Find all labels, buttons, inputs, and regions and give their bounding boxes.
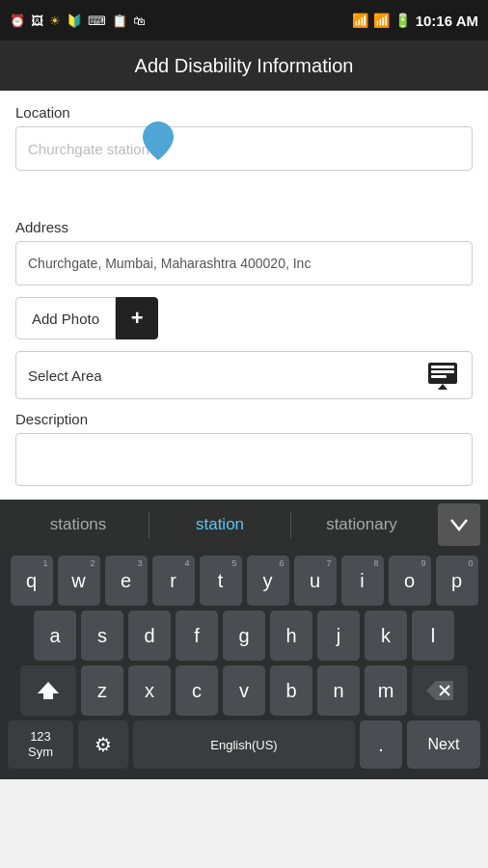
key-next-label: Next <box>428 736 460 753</box>
key-m[interactable]: m <box>365 665 407 716</box>
key-l[interactable]: l <box>412 610 454 661</box>
key-u[interactable]: 7 u <box>294 556 337 606</box>
key-p[interactable]: 0 p <box>436 556 478 606</box>
svg-marker-5 <box>38 682 59 699</box>
page-title: Add Disability Information <box>135 55 354 77</box>
key-b[interactable]: b <box>270 665 312 716</box>
suggestion-word-3[interactable]: stationary <box>291 507 432 542</box>
status-bar: ⏰ 🖼 ☀ 🔰 ⌨ 📋 🛍 📶 📶 🔋 10:16 AM <box>0 0 488 41</box>
svg-rect-2 <box>431 370 454 373</box>
select-area-row[interactable]: Select Area <box>15 351 473 399</box>
location-input[interactable]: Churchgate station <box>15 126 473 171</box>
keyboard-row-bottom: 123Sym ⚙ English(US) . Next <box>4 720 484 769</box>
keyboard-row-3: z x c v b n m <box>4 665 484 716</box>
key-backspace[interactable] <box>412 665 468 716</box>
key-r[interactable]: 4 r <box>152 556 195 606</box>
key-i[interactable]: 8 i <box>341 556 384 606</box>
key-q[interactable]: 1 q <box>11 556 53 606</box>
key-y[interactable]: 6 y <box>247 556 289 606</box>
key-period[interactable]: . <box>360 720 402 769</box>
key-k[interactable]: k <box>365 610 407 661</box>
map-pin-icon <box>143 122 174 160</box>
add-photo-row: Add Photo + <box>15 297 473 339</box>
image-icon: 🖼 <box>31 14 43 28</box>
clipboard-icon: 📋 <box>112 14 127 28</box>
key-v[interactable]: v <box>223 665 265 716</box>
shopping-icon: 🛍 <box>133 14 146 28</box>
key-next[interactable]: Next <box>407 720 480 769</box>
key-f[interactable]: f <box>176 610 218 661</box>
signal-icon: 📶 <box>373 13 390 28</box>
key-settings[interactable]: ⚙ <box>78 720 128 769</box>
key-space[interactable]: English(US) <box>133 720 355 769</box>
key-j[interactable]: j <box>317 610 360 661</box>
keyboard-row-2: a s d f g h j k l <box>4 610 484 661</box>
status-icons-left: ⏰ 🖼 ☀ 🔰 ⌨ 📋 🛍 <box>10 14 146 28</box>
key-h[interactable]: h <box>270 610 312 661</box>
key-n[interactable]: n <box>317 665 360 716</box>
key-t[interactable]: 5 t <box>200 556 242 606</box>
form-content: Location Churchgate station Address Chur… <box>0 91 488 500</box>
select-area-icon <box>425 358 460 393</box>
key-o[interactable]: 9 o <box>389 556 431 606</box>
key-x[interactable]: x <box>128 665 171 716</box>
key-123-sym[interactable]: 123Sym <box>8 720 73 769</box>
title-bar: Add Disability Information <box>0 41 488 91</box>
badge-icon: 🔰 <box>67 14 82 28</box>
key-space-label: English(US) <box>210 738 277 752</box>
address-input[interactable]: Churchgate, Mumbai, Maharashtra 400020, … <box>15 241 473 285</box>
select-area-label: Select Area <box>28 367 102 384</box>
battery-icon: 🔋 <box>394 13 411 28</box>
address-label: Address <box>15 219 473 235</box>
sun-icon: ☀ <box>49 14 61 28</box>
key-z[interactable]: z <box>81 665 123 716</box>
description-label: Description <box>15 411 473 427</box>
keyboard-row-1: 1 q 2 w 3 e 4 r 5 t 6 y 7 u 8 i <box>4 556 484 606</box>
suggestion-expand-button[interactable] <box>438 503 480 546</box>
keyboard-icon: ⌨ <box>88 14 106 28</box>
key-a[interactable]: a <box>34 610 76 661</box>
suggestion-word-2[interactable]: station <box>149 507 290 542</box>
status-right: 📶 📶 🔋 10:16 AM <box>352 13 478 29</box>
key-g[interactable]: g <box>223 610 265 661</box>
alarm-icon: ⏰ <box>10 14 25 28</box>
location-label: Location <box>15 104 473 121</box>
add-photo-button[interactable]: Add Photo <box>15 297 116 339</box>
keyboard: 1 q 2 w 3 e 4 r 5 t 6 y 7 u 8 i <box>0 550 488 779</box>
address-value: Churchgate, Mumbai, Maharashtra 400020, … <box>28 256 311 271</box>
wifi-icon: 📶 <box>352 13 368 28</box>
key-w[interactable]: 2 w <box>58 556 100 606</box>
svg-rect-3 <box>431 375 447 378</box>
svg-marker-4 <box>438 384 447 390</box>
suggestion-bar: stations station stationary <box>0 500 488 550</box>
key-d[interactable]: d <box>128 610 171 661</box>
key-c[interactable]: c <box>176 665 218 716</box>
key-shift[interactable] <box>20 665 76 716</box>
svg-rect-1 <box>431 366 454 368</box>
status-time: 10:16 AM <box>416 13 478 29</box>
location-placeholder: Churchgate station <box>28 141 149 157</box>
key-s[interactable]: s <box>81 610 123 661</box>
description-input[interactable] <box>15 433 473 486</box>
key-e[interactable]: 3 e <box>105 556 148 606</box>
suggestion-word-1[interactable]: stations <box>8 507 149 542</box>
add-photo-plus-button[interactable]: + <box>116 297 158 339</box>
